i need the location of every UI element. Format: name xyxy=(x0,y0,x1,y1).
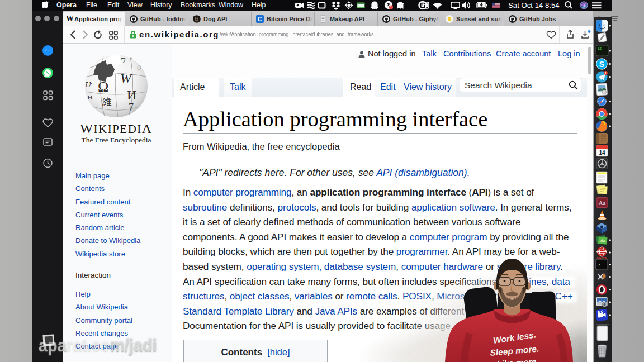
svg-text:SSL VPN: SSL VPN xyxy=(597,256,607,259)
svg-text:14: 14 xyxy=(599,150,605,156)
svg-text:1: 1 xyxy=(390,6,392,9)
svg-text:7: 7 xyxy=(129,102,134,113)
svg-text:S: S xyxy=(599,60,604,69)
svg-text:Sat Oct 14 8:54: Sat Oct 14 8:54 xyxy=(508,1,560,9)
svg-text:ワ゛: ワ゛ xyxy=(120,57,133,64)
svg-text:Aa: Aa xyxy=(599,199,606,206)
svg-text:Ө: Ө xyxy=(88,94,92,101)
svg-text:維: 維 xyxy=(102,97,112,107)
svg-text:И: И xyxy=(127,88,136,102)
svg-text:>_: >_ xyxy=(598,262,603,267)
svg-text:1: 1 xyxy=(605,72,607,75)
svg-text:1$: 1$ xyxy=(598,47,602,51)
svg-text:W: W xyxy=(120,71,132,85)
svg-text:♢: ♢ xyxy=(136,64,143,72)
svg-text:Ω: Ω xyxy=(98,79,108,95)
svg-text:ひ: ひ xyxy=(86,80,92,88)
